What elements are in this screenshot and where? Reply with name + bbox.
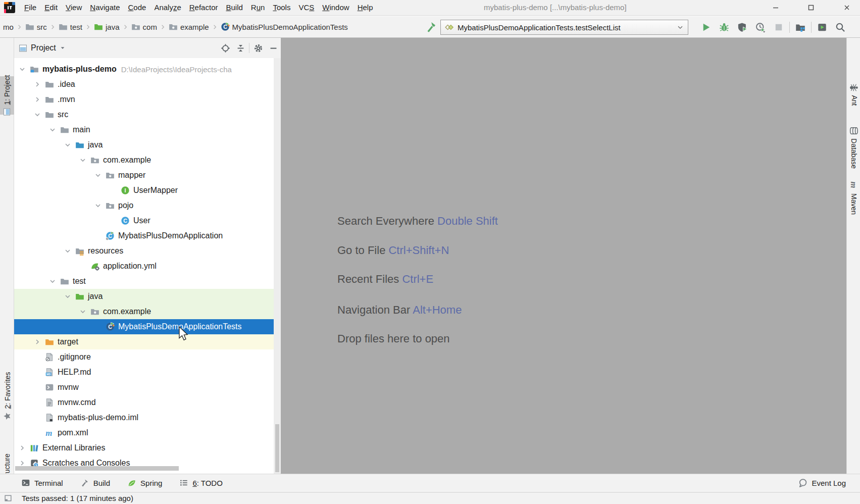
- tree-row[interactable]: .idea: [14, 77, 281, 92]
- tree-row[interactable]: .mvn: [14, 92, 281, 107]
- stripe-tab-2-favorites[interactable]: 2: Favorites: [0, 356, 14, 436]
- tree-row[interactable]: application.yml: [14, 259, 281, 274]
- stripe-tab-1-project[interactable]: 1: Project: [0, 76, 14, 115]
- tree-row[interactable]: CMybatisPlusDemoApplicationTests: [14, 319, 281, 334]
- tree-row[interactable]: java: [14, 289, 281, 304]
- menu-refactor[interactable]: Refactor: [185, 0, 222, 15]
- vertical-scrollbar-track[interactable]: [274, 58, 281, 474]
- toggle-tool-windows-icon[interactable]: [4, 494, 13, 502]
- debug-button[interactable]: [715, 20, 733, 35]
- breadcrumb-separator-icon: [211, 23, 219, 31]
- run-anything-button[interactable]: [813, 20, 831, 35]
- tree-row[interactable]: External Libraries: [14, 440, 281, 456]
- tree-row[interactable]: pojo: [14, 198, 281, 213]
- menu-run[interactable]: Run: [247, 0, 269, 15]
- maximize-button[interactable]: [801, 0, 821, 15]
- tree-row[interactable]: .gitignore: [14, 349, 281, 365]
- breadcrumb-item[interactable]: mo: [2, 22, 15, 32]
- panel-title[interactable]: Project: [31, 43, 56, 53]
- stripe-tab-database[interactable]: Database: [847, 119, 860, 176]
- close-button[interactable]: [837, 0, 857, 15]
- menu-analyze[interactable]: Analyze: [150, 0, 185, 15]
- tree-row[interactable]: main: [14, 122, 281, 137]
- menu-bar: FileEditViewNavigateCodeAnalyzeRefactorB…: [20, 0, 377, 15]
- tree-row[interactable]: MDHELP.md: [14, 365, 281, 380]
- tree-row[interactable]: resources: [14, 243, 281, 259]
- tree-row[interactable]: CUser: [14, 213, 281, 228]
- breadcrumb-item[interactable]: example: [168, 21, 210, 32]
- menu-code[interactable]: Code: [124, 0, 150, 15]
- breadcrumb-item[interactable]: CMybatisPlusDemoApplicationTests: [220, 21, 349, 32]
- stripe-tab-maven[interactable]: mMaven: [847, 173, 860, 223]
- chevron-collapsed-icon[interactable]: [32, 337, 43, 346]
- chevron-expanded-icon[interactable]: [62, 140, 73, 149]
- tree-row[interactable]: target: [14, 334, 281, 349]
- breadcrumb-item[interactable]: com: [130, 21, 158, 32]
- hint-shortcut: Alt+Home: [413, 304, 462, 316]
- chevron-collapsed-icon[interactable]: [32, 80, 43, 89]
- locate-file-icon[interactable]: [218, 41, 233, 55]
- gear-icon[interactable]: [250, 41, 266, 55]
- tool-window-button-6-todo[interactable]: 6: TODO: [179, 478, 222, 487]
- profiler-button[interactable]: [751, 20, 770, 35]
- tree-row[interactable]: java: [14, 137, 281, 153]
- minimize-button[interactable]: [766, 0, 786, 15]
- tool-window-button-build[interactable]: Build: [80, 478, 110, 487]
- breadcrumb-item[interactable]: test: [58, 21, 83, 32]
- tree-row[interactable]: com.example: [14, 304, 281, 319]
- collapse-all-icon[interactable]: [233, 41, 248, 55]
- menu-view[interactable]: View: [62, 0, 86, 15]
- project-structure-button[interactable]: [791, 20, 810, 35]
- tree-row[interactable]: mvnw: [14, 380, 281, 395]
- build-project-icon[interactable]: [425, 21, 437, 33]
- chevron-collapsed-icon[interactable]: [32, 95, 43, 104]
- tree-row[interactable]: test: [14, 274, 281, 289]
- hide-panel-icon[interactable]: [266, 41, 281, 55]
- run-button[interactable]: [697, 20, 715, 35]
- chevron-expanded-icon[interactable]: [77, 307, 88, 316]
- menu-help[interactable]: Help: [353, 0, 377, 15]
- chevron-expanded-icon[interactable]: [47, 125, 58, 134]
- chevron-expanded-icon[interactable]: [62, 292, 73, 301]
- chevron-expanded-icon[interactable]: [17, 65, 28, 74]
- chevron-expanded-icon[interactable]: [92, 201, 104, 210]
- event-log-button[interactable]: Event Log: [798, 474, 846, 492]
- tree-row[interactable]: mybatis-plus-demoD:\IdeaProjects\IdeaPro…: [14, 62, 281, 77]
- stripe-tab-ant[interactable]: Ant: [847, 78, 860, 111]
- breadcrumb-item[interactable]: java: [93, 21, 121, 32]
- tree-row[interactable]: IUserMapper: [14, 183, 281, 198]
- menu-window[interactable]: Window: [318, 0, 353, 15]
- package-icon: [90, 307, 99, 316]
- horizontal-scrollbar[interactable]: [15, 466, 179, 471]
- menu-navigate[interactable]: Navigate: [86, 0, 124, 15]
- vertical-scrollbar[interactable]: [275, 424, 279, 472]
- menu-edit[interactable]: Edit: [40, 0, 62, 15]
- tool-window-button-spring[interactable]: Spring: [127, 478, 162, 487]
- chevron-expanded-icon[interactable]: [47, 277, 58, 286]
- menu-build[interactable]: Build: [222, 0, 246, 15]
- search-everywhere-button[interactable]: [831, 20, 849, 35]
- tree-row[interactable]: src: [14, 107, 281, 122]
- menu-tools[interactable]: Tools: [269, 0, 294, 15]
- breadcrumb-item[interactable]: src: [24, 21, 48, 32]
- menu-vcs[interactable]: VCS: [294, 0, 318, 15]
- run-configuration-select[interactable]: MybatisPlusDemoApplicationTests.testSele…: [440, 20, 688, 35]
- chevron-expanded-icon[interactable]: [32, 110, 43, 119]
- tree-row[interactable]: com.example: [14, 153, 281, 168]
- tree-item-label: mvnw: [58, 383, 79, 392]
- menu-file[interactable]: File: [20, 0, 40, 15]
- chevron-collapsed-icon[interactable]: [17, 443, 28, 452]
- tree-row[interactable]: CMybatisPlusDemoApplication: [14, 228, 281, 243]
- tool-window-button-terminal[interactable]: Terminal: [21, 478, 63, 487]
- chevron-expanded-icon[interactable]: [62, 246, 73, 256]
- tree-row[interactable]: mybatis-plus-demo.iml: [14, 410, 281, 425]
- chevron-down-icon[interactable]: [60, 45, 66, 51]
- tree-row[interactable]: mapper: [14, 168, 281, 183]
- chevron-expanded-icon[interactable]: [77, 156, 88, 165]
- chevron-expanded-icon[interactable]: [92, 171, 104, 180]
- class-boot-icon: C: [106, 231, 115, 240]
- tree-row[interactable]: mvnw.cmd: [14, 395, 281, 410]
- tree-row[interactable]: mpom.xml: [14, 425, 281, 440]
- run-with-coverage-button[interactable]: [733, 20, 751, 35]
- folder-blue-icon: [75, 140, 84, 149]
